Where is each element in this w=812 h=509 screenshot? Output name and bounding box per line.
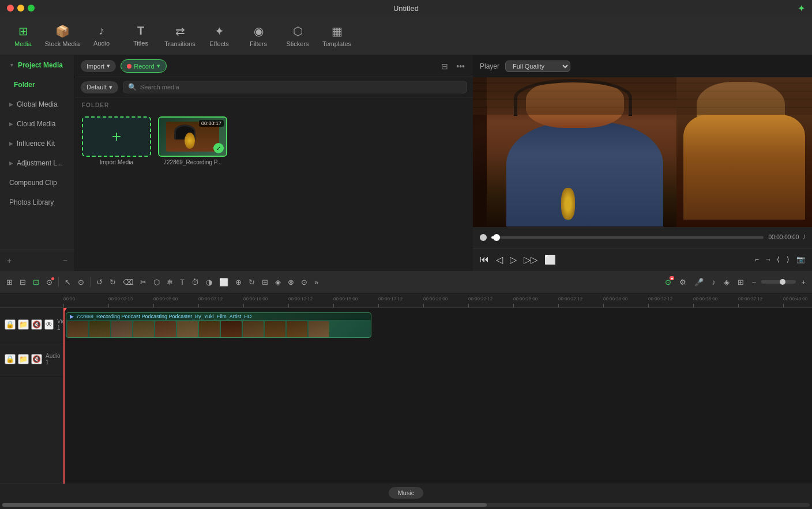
search-box[interactable]: 🔍 [123,81,467,93]
remove-folder-button[interactable]: − [61,255,70,266]
audio-track-button[interactable]: ⊙ ● [662,276,674,288]
sidebar-item-cloud-media[interactable]: ▶ Cloud Media [0,114,74,134]
close-button[interactable] [7,5,14,12]
redo-button[interactable]: ↻ [107,276,119,288]
ruler-mark-5: 00:00:12:12 [288,294,333,307]
import-button[interactable]: Import ▾ [81,60,116,72]
track-add-button[interactable]: ⊞ [3,276,16,288]
expand-tools-button[interactable]: » [311,276,321,288]
fullscreen-button[interactable]: ⬜ [544,254,556,265]
rotate-button[interactable]: ↻ [246,276,258,288]
video-media-item[interactable]: 00:00:17 ✓ 722869_Recording P... [158,116,227,165]
color-button[interactable]: ◈ [272,276,284,288]
clip-props-button[interactable]: ⊞ [735,276,747,288]
text-button[interactable]: T [177,276,187,288]
import-media-item[interactable]: + Import Media [82,116,151,165]
audio-lock-icon[interactable]: 🔒 [5,354,16,364]
keyframe-button[interactable]: ⊕ [232,276,245,288]
split-button[interactable]: ✂ [137,276,149,288]
toolbar-stickers[interactable]: ⬡ Stickers [279,18,316,53]
track-lock-icon[interactable]: 🔒 [5,319,16,330]
prev-marker-button[interactable]: ⟨ [777,255,780,263]
playhead-dot[interactable] [480,234,487,241]
sidebar-item-compound-clip[interactable]: Compound Clip [0,173,74,193]
minimize-button[interactable] [17,5,24,12]
play-back-button[interactable]: ◁ [496,254,503,265]
toolbar-titles[interactable]: T Titles [122,18,159,53]
stabilize-button[interactable]: ⊞ [259,276,271,288]
preview-progress-thumb[interactable] [493,234,500,241]
zoom-plus-button[interactable]: + [798,276,809,288]
zoom-thumb[interactable] [780,279,785,285]
track-lock-button[interactable]: ⊡ [30,276,42,288]
play-forward-button[interactable]: ▷▷ [524,254,537,265]
delete-button[interactable]: ⌫ [120,276,136,288]
toolbar-transitions[interactable]: ⇄ Transitions [161,18,198,53]
maximize-button[interactable] [28,5,35,12]
mark-out-button[interactable]: ¬ [766,255,770,263]
window-controls[interactable] [7,5,35,12]
film-frame-5 [155,321,176,337]
quality-select[interactable]: Full Quality Half Quality Quarter Qualit… [505,61,570,72]
track-mute-icon[interactable]: 🔇 [31,319,42,330]
preview-progress-bar[interactable] [491,236,764,239]
track-eye-icon[interactable]: 👁 [44,319,54,330]
scrollbar-track[interactable] [2,503,810,507]
speed-button[interactable]: ⏱ [189,276,202,288]
audio-folder-icon[interactable]: 📁 [18,354,29,364]
audio-mix-button[interactable]: ◈ [721,276,732,288]
mark-in-button[interactable]: ⌐ [755,255,759,263]
music-button-timeline[interactable]: Music [389,487,424,499]
track-folder-icon[interactable]: 📁 [18,319,29,330]
step-back-button[interactable]: ⏮ [480,254,489,265]
voice-button[interactable]: 🎤 [691,276,706,288]
audio-mute-icon[interactable]: 🔇 [31,354,42,364]
toolbar-templates[interactable]: ▦ Templates [318,18,355,53]
toolbar-media[interactable]: ⊞ Media [5,18,42,53]
sidebar-item-influence-kit[interactable]: ▶ Influence Kit [0,134,74,153]
more-effects-button[interactable]: ⊙ [298,276,310,288]
zoom-slider[interactable] [761,280,796,284]
freeze-button[interactable]: ❄ [164,276,176,288]
scrollbar-thumb[interactable] [2,503,487,507]
toolbar-stock-media[interactable]: 📦 Stock Media [44,18,81,53]
sidebar-item-folder[interactable]: Folder [0,75,74,95]
timeline-scrollbar[interactable] [0,501,812,509]
ruler-mark-11: 00:00:27:12 [558,294,603,307]
transform-button[interactable]: ⬜ [216,276,231,288]
toolbar-effects[interactable]: ✦ Effects [201,18,238,53]
video-clip[interactable]: ▶ 722869_Recording Podcast Podcasting Po… [66,312,371,338]
settings-button-2[interactable]: ⚙ [676,276,689,288]
sidebar-item-photos-library[interactable]: Photos Library [0,193,74,212]
zoom-button[interactable]: ⬡ [151,276,163,288]
filter-icon-button[interactable]: ⊟ [439,61,450,72]
undo-button[interactable]: ↺ [93,276,106,288]
record-button[interactable]: Record ▾ [121,59,166,73]
toolbar-filters[interactable]: ◉ Filters [240,18,277,53]
track-link-button[interactable]: ⊟ [17,276,29,288]
sidebar-item-project-media[interactable]: ▼ Project Media [0,55,74,75]
sidebar-item-global-media[interactable]: ▶ Global Media [0,95,74,114]
more-options-button[interactable]: ••• [454,61,467,72]
crop-button[interactable]: ◑ [203,276,215,288]
search-input[interactable] [140,84,462,91]
music-button[interactable]: ♪ [709,276,719,288]
next-marker-button[interactable]: ⟩ [787,255,790,263]
stickers-icon: ⬡ [293,24,303,38]
preview-right-controls: ⌐ ¬ ⟨ ⟩ 📷 [755,255,805,263]
toolbar-audio[interactable]: ♪ Audio [83,18,120,53]
import-thumb[interactable]: + [82,116,151,157]
video-thumb[interactable]: 00:00:17 ✓ [158,116,227,157]
select-tool[interactable]: ↖ [62,276,74,288]
snapshot-button[interactable]: 📷 [796,255,805,263]
track-content[interactable]: ▶ 722869_Recording Podcast Podcasting Po… [63,308,812,484]
ripple-tool[interactable]: ⊙ [75,276,87,288]
add-folder-button[interactable]: + [5,255,14,266]
play-button[interactable]: ▷ [510,254,517,265]
playhead[interactable] [63,308,65,484]
audio-fade-button[interactable]: ⊗ [285,276,297,288]
default-dropdown[interactable]: Default ▾ [81,81,118,93]
zoom-minus-button[interactable]: − [749,276,760,288]
track-record-button[interactable]: ⊙ [43,276,55,288]
sidebar-item-adjustment[interactable]: ▶ Adjustment L... [0,153,74,173]
